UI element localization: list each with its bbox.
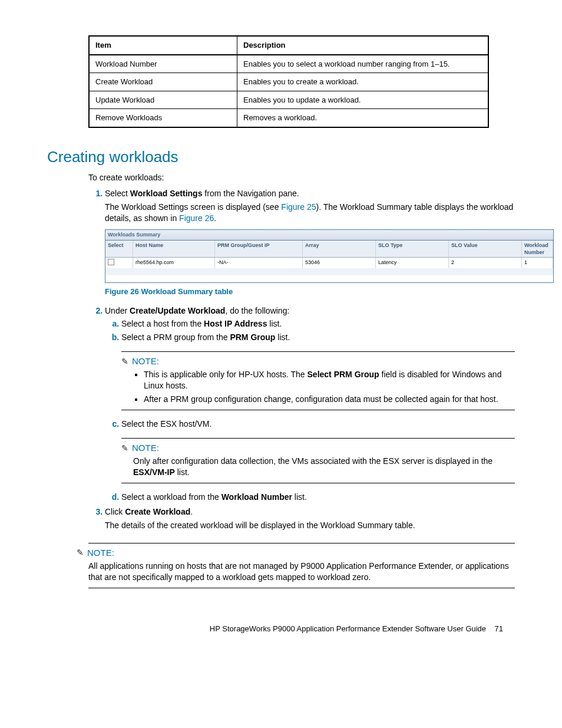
summary-row-empty — [105, 268, 553, 275]
note-icon: ✎ — [77, 547, 84, 558]
step-2: Under Create/Update Workload, do the fol… — [105, 305, 515, 503]
summary-title: Workloads Summary — [105, 230, 553, 240]
step-2d: Select a workload from the Workload Numb… — [121, 492, 515, 503]
step-2b: Select a PRM group from the PRM Group li… — [121, 332, 515, 410]
workloads-summary-figure: Workloads Summary Select Host Name PRM G… — [105, 229, 515, 283]
summary-header: Select Host Name PRM Group/Guest IP Arra… — [105, 241, 553, 258]
th-desc: Description — [237, 36, 489, 55]
step-3: Click Create Workload. The details of th… — [105, 506, 515, 531]
note-icon: ✎ — [121, 356, 128, 367]
page-footer: HP StorageWorks P9000 Application Perfor… — [47, 624, 515, 634]
figure-caption: Figure 26 Workload Summary table — [105, 286, 515, 297]
intro-text: To create workloads: — [88, 172, 515, 183]
step-2a: Select a host from the Host IP Address l… — [121, 318, 515, 330]
figure-25-link[interactable]: Figure 25 — [281, 202, 316, 212]
row-checkbox[interactable] — [108, 259, 114, 265]
summary-row-empty — [105, 275, 553, 282]
note-block: ✎NOTE: Only after configuration data col… — [121, 438, 515, 483]
note-block: ✎NOTE: This is applicable only for HP-UX… — [121, 351, 515, 410]
figure-26-link[interactable]: Figure 26 — [179, 213, 214, 223]
table-row: Workload Number Enables you to select a … — [89, 55, 488, 73]
definition-table: Item Description Workload Number Enables… — [88, 35, 489, 128]
table-row: Remove Workloads Removes a workload. — [89, 109, 488, 127]
note-icon: ✎ — [121, 443, 128, 454]
table-row: Create Workload Enables you to create a … — [89, 73, 488, 91]
note-block: ✎NOTE: All applications running on hosts… — [88, 543, 515, 588]
step-1: Select Workload Settings from the Naviga… — [105, 188, 515, 297]
th-item: Item — [89, 36, 237, 55]
table-row: Update Workload Enables you to update a … — [89, 91, 488, 109]
section-heading: Creating workloads — [47, 147, 515, 167]
step-2c: Select the ESX host/VM. ✎NOTE: Only afte… — [121, 419, 515, 483]
summary-row: rhe5564.hp.com -NA- 53046 Latency 2 1 — [105, 258, 553, 268]
main-steps: Select Workload Settings from the Naviga… — [88, 188, 515, 531]
